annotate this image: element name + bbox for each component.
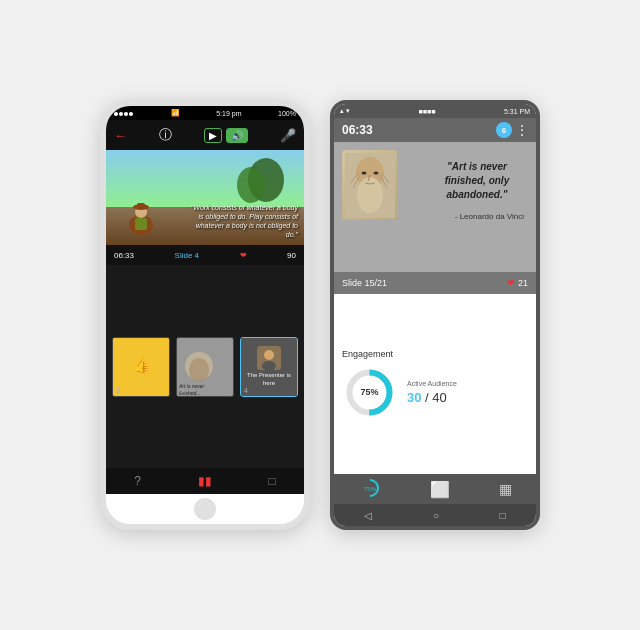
left-time: 5:19 pm bbox=[216, 110, 241, 117]
davinci-image bbox=[342, 150, 397, 220]
slide-image: "Work consists of whatever a body is obl… bbox=[106, 150, 304, 245]
right-bottom-nav: 75% ⬜ ▦ bbox=[334, 474, 536, 504]
chart-nav-button[interactable]: ▮▮ bbox=[198, 474, 212, 488]
slide-quote-text: "Work consists of whatever a body is obl… bbox=[188, 203, 298, 239]
share-nav-button[interactable]: ⬜ bbox=[430, 480, 450, 499]
right-signal-icon: ■■■■ bbox=[418, 108, 435, 115]
right-timer: 06:33 bbox=[342, 123, 373, 137]
right-phone: ▴ ▾ ■■■■ 5:31 PM 06:33 6 ⋮ bbox=[330, 100, 540, 530]
home-button[interactable] bbox=[194, 498, 216, 520]
svg-text:75%: 75% bbox=[364, 486, 377, 492]
video-button[interactable]: ▶ bbox=[204, 128, 222, 143]
android-recent[interactable]: □ bbox=[500, 510, 506, 521]
right-timer-bar: 06:33 6 ⋮ bbox=[334, 118, 536, 142]
right-heart-count: 21 bbox=[518, 278, 528, 288]
slide-preview: "Work consists of whatever a body is obl… bbox=[106, 150, 304, 245]
help-nav-button[interactable]: ? bbox=[134, 474, 141, 488]
android-back[interactable]: ◁ bbox=[364, 510, 372, 521]
svg-point-27 bbox=[373, 171, 378, 174]
left-phone: 📶 5:19 pm 100% ← ⓘ ▶ 🔊 🎤 bbox=[100, 100, 310, 530]
engagement-donut: 75% bbox=[342, 365, 397, 420]
total-count: 40 bbox=[432, 390, 446, 405]
thumbnails-section: 👍 3 Art is never finished... 3 bbox=[106, 265, 304, 468]
svg-point-21 bbox=[357, 177, 383, 213]
quote-author: - Leonardo da Vinci bbox=[422, 212, 532, 221]
svg-point-13 bbox=[189, 358, 209, 382]
right-wifi-icon: ▴ ▾ bbox=[340, 107, 350, 115]
thumbnail-3[interactable]: The Presenter is here 4 bbox=[240, 337, 298, 397]
percent-nav-button[interactable]: 75% bbox=[358, 478, 382, 500]
slide-info-bar: 06:33 Slide 4 ❤ 90 bbox=[106, 245, 304, 265]
info-button[interactable]: ⓘ bbox=[159, 126, 172, 144]
right-slide-info: Slide 15/21 ❤ 21 bbox=[334, 272, 536, 294]
right-heart-icon: ❤ bbox=[507, 278, 515, 288]
thumb-number-1: 3 bbox=[116, 387, 120, 394]
chat-nav-button[interactable]: □ bbox=[268, 474, 275, 488]
svg-rect-6 bbox=[135, 218, 147, 230]
engagement-title: Engagement bbox=[342, 349, 528, 359]
right-slide-label: Slide 15/21 bbox=[342, 278, 387, 288]
battery-status: 100% bbox=[278, 110, 296, 117]
sound-button[interactable]: 🔊 bbox=[226, 128, 248, 143]
svg-point-26 bbox=[361, 171, 366, 174]
android-home[interactable]: ○ bbox=[433, 510, 439, 521]
engagement-content: 75% Active Audience 30 / 40 bbox=[342, 365, 528, 420]
slide-timer: 06:33 bbox=[114, 251, 134, 260]
left-bottom-nav: ? ▮▮ □ bbox=[106, 468, 304, 494]
left-status-bar: 📶 5:19 pm 100% bbox=[106, 106, 304, 120]
svg-point-3 bbox=[237, 167, 265, 203]
right-quote-text: "Art is never finished, only abandoned." bbox=[422, 150, 532, 212]
media-controls: ▶ 🔊 bbox=[204, 128, 248, 143]
wifi-icon: 📶 bbox=[171, 109, 180, 117]
back-button[interactable]: ← bbox=[114, 128, 127, 143]
android-nav: ◁ ○ □ bbox=[334, 504, 536, 526]
right-time: 5:31 PM bbox=[504, 108, 530, 115]
signal-dots bbox=[114, 110, 134, 117]
right-status-bar: ▴ ▾ ■■■■ 5:31 PM bbox=[334, 104, 536, 118]
presenter-label: The Presenter is here bbox=[241, 372, 297, 386]
heart-icon: ❤ bbox=[240, 251, 247, 260]
svg-rect-8 bbox=[137, 203, 145, 208]
thumbnail-2[interactable]: Art is never finished... 3 bbox=[176, 337, 234, 397]
audience-count: 30 / 40 bbox=[407, 390, 457, 405]
right-header-icons: 6 ⋮ bbox=[496, 122, 528, 138]
audience-badge: 6 bbox=[496, 122, 512, 138]
menu-dots-icon[interactable]: ⋮ bbox=[516, 123, 528, 137]
audience-label: Active Audience bbox=[407, 380, 457, 387]
svg-point-17 bbox=[264, 350, 274, 360]
right-slide-view: "Art is never finished, only abandoned."… bbox=[334, 142, 536, 272]
thumb-number-3: 4 bbox=[244, 387, 248, 394]
heart-count: 90 bbox=[287, 251, 296, 260]
engagement-panel: Engagement 75% Active Audience 30 / 40 bbox=[334, 294, 536, 474]
thumbnail-1[interactable]: 👍 3 bbox=[112, 337, 170, 397]
audience-stats: Active Audience 30 / 40 bbox=[407, 380, 457, 405]
thumb-number-2: 3 bbox=[180, 387, 184, 394]
svg-text:👍: 👍 bbox=[133, 356, 151, 373]
engagement-percent: 75% bbox=[360, 387, 378, 397]
left-toolbar: ← ⓘ ▶ 🔊 🎤 bbox=[106, 120, 304, 150]
slide-title: Slide 4 bbox=[175, 251, 199, 260]
mic-button[interactable]: 🎤 bbox=[280, 128, 296, 143]
active-count: 30 bbox=[407, 390, 421, 405]
copy-nav-button[interactable]: ▦ bbox=[499, 481, 512, 497]
